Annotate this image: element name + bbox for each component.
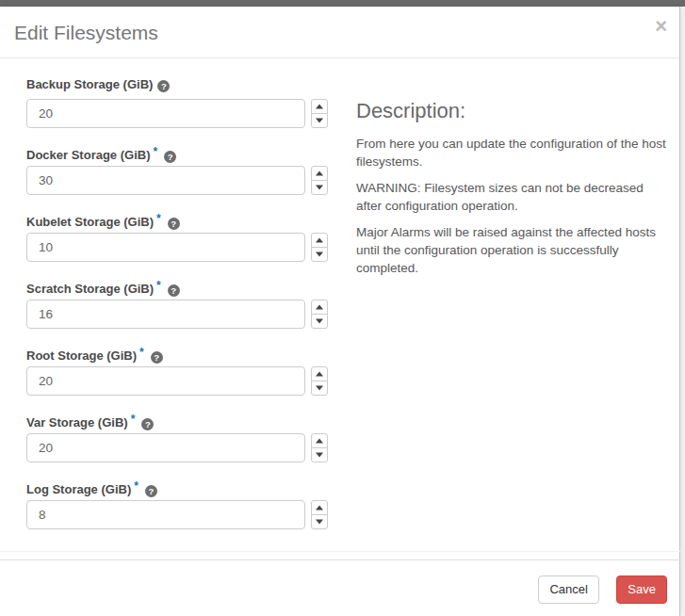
spinner-down-button[interactable] xyxy=(311,514,328,529)
field-log-storage: Log Storage (GiB)*? xyxy=(26,479,328,529)
field-label: Docker Storage (GiB)*? xyxy=(26,145,328,158)
field-var-storage: Var Storage (GiB)*? xyxy=(26,413,328,462)
kubelet-storage-input[interactable] xyxy=(26,233,305,262)
field-label-text: Docker Storage (GiB) xyxy=(26,148,150,162)
spinner-down-button[interactable] xyxy=(311,247,328,262)
filesystem-form: Backup Storage (GiB)? Docker Storage (Gi… xyxy=(26,78,328,546)
body-divider xyxy=(0,551,680,552)
help-icon[interactable]: ? xyxy=(145,485,157,497)
field-root-storage: Root Storage (GiB)*? xyxy=(26,346,328,396)
spinner-up-button[interactable] xyxy=(311,233,328,248)
required-asterisk: * xyxy=(156,212,161,225)
field-label-text: Log Storage (GiB) xyxy=(26,482,131,496)
modal-footer: Cancel Save xyxy=(0,559,680,616)
spinner-down-button[interactable] xyxy=(311,447,328,462)
arrow-up-icon xyxy=(316,171,323,176)
field-label-text: Scratch Storage (GiB) xyxy=(26,282,154,296)
save-button[interactable]: Save xyxy=(616,575,667,604)
arrow-down-icon xyxy=(316,453,323,458)
field-label-text: Backup Storage (GiB) xyxy=(26,77,153,91)
var-storage-spinner xyxy=(311,433,328,462)
description-paragraph: From here you can update the configurati… xyxy=(356,135,671,170)
arrow-up-icon xyxy=(316,238,323,243)
scratch-storage-spinner xyxy=(311,300,328,329)
field-label-text: Kubelet Storage (GiB) xyxy=(26,215,154,229)
arrow-up-icon xyxy=(316,506,323,511)
edit-filesystems-modal: Edit Filesystems × Backup Storage (GiB)?… xyxy=(0,7,680,616)
root-storage-input[interactable] xyxy=(26,366,305,396)
spinner-down-button[interactable] xyxy=(311,180,328,195)
description-panel: Description: From here you can update th… xyxy=(356,99,671,285)
description-paragraph: WARNING: Filesystem sizes can not be dec… xyxy=(356,179,671,215)
spinner-down-button[interactable] xyxy=(311,113,328,128)
root-storage-spinner xyxy=(311,366,328,396)
help-icon[interactable]: ? xyxy=(151,351,163,364)
field-label-text: Root Storage (GiB) xyxy=(26,349,137,363)
field-label: Log Storage (GiB)*? xyxy=(26,479,328,493)
field-label: Kubelet Storage (GiB)*? xyxy=(26,212,328,225)
docker-storage-input-wrap xyxy=(26,166,328,195)
backup-storage-spinner xyxy=(311,99,328,128)
arrow-down-icon xyxy=(316,386,323,391)
kubelet-storage-spinner xyxy=(311,233,328,262)
arrow-down-icon xyxy=(316,186,323,190)
log-storage-input[interactable] xyxy=(26,500,305,529)
required-asterisk: * xyxy=(134,479,139,493)
field-kubelet-storage: Kubelet Storage (GiB)*? xyxy=(26,212,328,262)
help-icon[interactable]: ? xyxy=(157,80,170,92)
var-storage-input[interactable] xyxy=(26,433,305,462)
field-label: Root Storage (GiB)*? xyxy=(26,346,328,359)
background-navbar xyxy=(0,0,685,7)
field-label: Var Storage (GiB)*? xyxy=(26,413,328,426)
required-asterisk: * xyxy=(153,145,157,158)
close-button[interactable]: × xyxy=(655,16,667,37)
docker-storage-input[interactable] xyxy=(26,166,305,195)
root-storage-input-wrap xyxy=(26,366,328,396)
backup-storage-input-wrap xyxy=(26,99,328,128)
close-icon: × xyxy=(655,14,667,38)
required-asterisk: * xyxy=(139,346,144,359)
field-label: Scratch Storage (GiB)*? xyxy=(26,279,328,292)
description-title: Description: xyxy=(356,99,671,123)
arrow-down-icon xyxy=(316,319,323,324)
spinner-down-button[interactable] xyxy=(311,381,328,396)
spinner-up-button[interactable] xyxy=(311,500,328,515)
scratch-storage-input-wrap xyxy=(26,300,328,329)
scratch-storage-input[interactable] xyxy=(26,300,305,329)
help-icon[interactable]: ? xyxy=(141,418,154,430)
field-label-text: Var Storage (GiB) xyxy=(26,415,128,430)
arrow-up-icon xyxy=(316,105,323,109)
required-asterisk: * xyxy=(156,279,161,292)
arrow-down-icon xyxy=(316,119,323,123)
spinner-up-button[interactable] xyxy=(311,300,328,315)
spinner-down-button[interactable] xyxy=(311,314,328,329)
spinner-up-button[interactable] xyxy=(311,99,328,114)
docker-storage-spinner xyxy=(311,166,328,195)
field-scratch-storage: Scratch Storage (GiB)*? xyxy=(26,279,328,329)
help-icon[interactable]: ? xyxy=(168,218,180,230)
arrow-up-icon xyxy=(316,372,323,377)
help-icon[interactable]: ? xyxy=(164,151,176,163)
log-storage-spinner xyxy=(311,500,328,529)
log-storage-input-wrap xyxy=(26,500,328,529)
var-storage-input-wrap xyxy=(26,433,328,462)
spinner-up-button[interactable] xyxy=(311,433,328,448)
cancel-button[interactable]: Cancel xyxy=(538,575,598,604)
modal-title: Edit Filesystems xyxy=(14,20,158,46)
description-paragraph: Major Alarms will be raised against the … xyxy=(356,223,671,277)
modal-header: Edit Filesystems × xyxy=(0,7,679,58)
help-icon[interactable]: ? xyxy=(168,284,180,297)
arrow-up-icon xyxy=(316,439,323,444)
required-asterisk: * xyxy=(131,413,136,426)
arrow-down-icon xyxy=(316,520,323,525)
spinner-up-button[interactable] xyxy=(311,366,328,381)
arrow-down-icon xyxy=(316,252,323,257)
kubelet-storage-input-wrap xyxy=(26,233,328,262)
arrow-up-icon xyxy=(316,305,323,310)
backup-storage-input[interactable] xyxy=(26,99,305,128)
field-docker-storage: Docker Storage (GiB)*? xyxy=(26,145,328,195)
spinner-up-button[interactable] xyxy=(311,166,328,181)
field-label: Backup Storage (GiB)? xyxy=(26,78,328,91)
field-backup-storage: Backup Storage (GiB)? xyxy=(26,78,328,128)
